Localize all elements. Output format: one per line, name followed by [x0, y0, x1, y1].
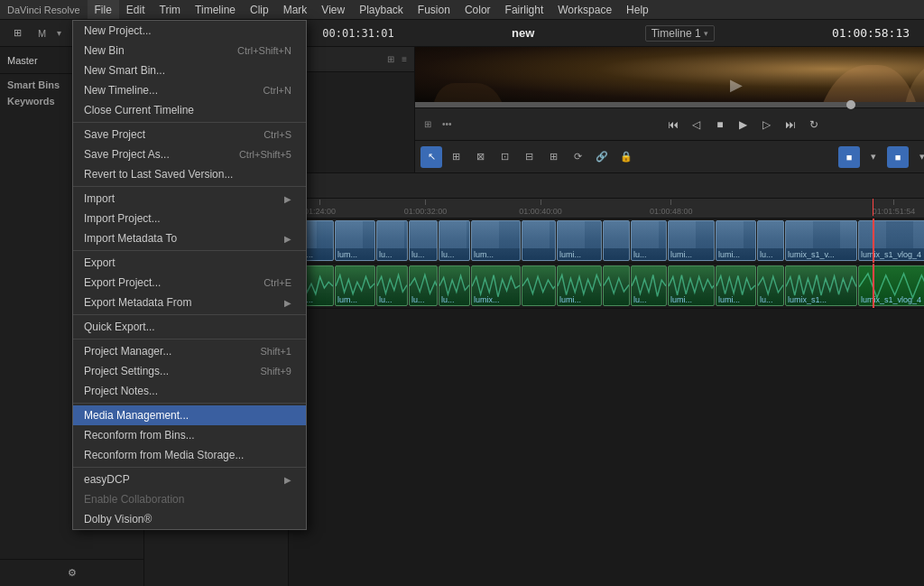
menu-item-revert[interactable]: Revert to Last Saved Version... — [73, 164, 306, 184]
file-dropdown-menu: New Project... New Bin Ctrl+Shift+N New … — [72, 20, 307, 530]
menu-item-easydcp[interactable]: easyDCP ▶ — [73, 470, 306, 489]
menu-item-new-bin[interactable]: New Bin Ctrl+Shift+N — [73, 41, 306, 60]
menu-item-save-project-as[interactable]: Save Project As... Ctrl+Shift+5 — [73, 144, 306, 164]
menu-separator-2 — [73, 186, 306, 187]
menu-item-reconform-bins[interactable]: Reconform from Bins... — [73, 425, 306, 445]
menu-item-enable-collab: Enable Collaboration — [73, 489, 306, 509]
menu-separator-6 — [73, 403, 306, 404]
menu-item-export-metadata[interactable]: Export Metadata From ▶ — [73, 293, 306, 312]
menu-item-project-manager[interactable]: Project Manager... Shift+1 — [73, 341, 306, 361]
menu-separator-7 — [73, 467, 306, 468]
menu-item-import-project[interactable]: Import Project... — [73, 209, 306, 228]
menu-separator-5 — [73, 339, 306, 340]
menu-item-reconform-storage[interactable]: Reconform from Media Storage... — [73, 445, 306, 465]
menu-item-save-project[interactable]: Save Project Ctrl+S — [73, 125, 306, 144]
menu-item-project-notes[interactable]: Project Notes... — [73, 381, 306, 401]
menu-item-dolby-vision[interactable]: Dolby Vision® — [73, 509, 306, 529]
menu-separator-3 — [73, 250, 306, 251]
menu-item-new-smart-bin[interactable]: New Smart Bin... — [73, 60, 306, 80]
menu-item-media-management[interactable]: Media Management... — [73, 405, 306, 425]
menu-item-close-timeline[interactable]: Close Current Timeline — [73, 100, 306, 120]
dropdown-overlay: New Project... New Bin Ctrl+Shift+N New … — [0, 0, 924, 586]
menu-item-export-project[interactable]: Export Project... Ctrl+E — [73, 273, 306, 293]
menu-separator-4 — [73, 314, 306, 315]
menu-item-import-metadata[interactable]: Import Metadata To ▶ — [73, 228, 306, 248]
menu-item-new-project[interactable]: New Project... — [73, 21, 306, 41]
menu-item-new-timeline[interactable]: New Timeline... Ctrl+N — [73, 80, 306, 100]
menu-item-export[interactable]: Export — [73, 253, 306, 273]
menu-item-import[interactable]: Import ▶ — [73, 189, 306, 209]
menu-separator-1 — [73, 122, 306, 123]
menu-item-quick-export[interactable]: Quick Export... — [73, 317, 306, 337]
menu-item-project-settings[interactable]: Project Settings... Shift+9 — [73, 361, 306, 381]
